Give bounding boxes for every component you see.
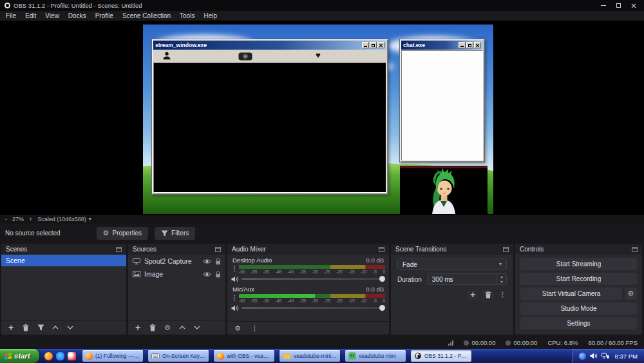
dock-popout-icon[interactable] <box>215 247 221 252</box>
mixer-menu-button[interactable]: ⋮ <box>250 324 259 333</box>
record-timecode: 00:00:00 <box>513 339 537 346</box>
dock-popout-icon[interactable] <box>632 247 638 252</box>
menu-help[interactable]: Help <box>199 11 222 21</box>
remove-scene-button[interactable] <box>21 323 30 332</box>
start-virtual-camera-button[interactable]: Start Virtual Camera <box>520 288 622 300</box>
taskbar-button-veadotube-page[interactable]: with OBS - veadotube... <box>214 350 274 362</box>
filters-label: Filters <box>171 230 189 237</box>
spin-up-icon[interactable]: ▴ <box>497 274 506 279</box>
add-source-button[interactable]: + <box>133 323 142 332</box>
volume-slider[interactable] <box>242 307 385 309</box>
chat-window-source[interactable]: chat.exe <box>399 39 485 162</box>
add-scene-button[interactable]: + <box>6 323 15 332</box>
controls-dock-header[interactable]: Controls <box>515 244 642 255</box>
spin-down-icon[interactable]: ▾ <box>497 279 506 284</box>
source-row-image[interactable]: Image <box>128 268 225 280</box>
quick-launch-firefox-icon[interactable] <box>44 352 53 360</box>
volume-slider[interactable] <box>242 278 385 280</box>
zoom-in-button[interactable]: + <box>29 216 32 222</box>
scene-list-item[interactable]: Scene <box>1 255 126 266</box>
tray-app-icon[interactable] <box>579 353 586 360</box>
transitions-dock-header[interactable]: Scene Transitions <box>391 244 513 255</box>
audio-mixer-dock-header[interactable]: Audio Mixer <box>227 244 389 255</box>
preview-scale-dropdown[interactable]: Scaled (1046x588) ▾ <box>37 216 91 222</box>
minimize-icon[interactable] <box>601 5 606 6</box>
start-streaming-button[interactable]: Start Streaming <box>520 258 637 270</box>
obs-titlebar[interactable]: OBS 31.1.2 - Profile: Untitled - Scenes:… <box>0 0 644 11</box>
volume-slider-handle[interactable] <box>379 305 385 311</box>
speaker-icon[interactable] <box>231 305 239 311</box>
virtual-camera-config-button[interactable]: ⚙ <box>625 288 637 300</box>
taskbar-clock[interactable]: 8:37 PM <box>615 353 638 360</box>
menu-view[interactable]: View <box>41 11 64 21</box>
lock-icon[interactable] <box>215 258 221 265</box>
veadotube-icon <box>348 352 356 360</box>
preview-area: stream_window.exe ♥ chat.exe <box>0 21 644 215</box>
advanced-audio-button[interactable]: ⚙ <box>233 324 242 333</box>
menu-scene-collection[interactable]: Scene Collection <box>118 11 175 21</box>
menu-docks[interactable]: Docks <box>64 11 91 21</box>
move-source-up-button[interactable] <box>178 323 187 332</box>
chat-window-buttons <box>458 42 481 48</box>
visibility-eye-icon[interactable] <box>203 259 211 264</box>
start-recording-button[interactable]: Start Recording <box>520 273 637 285</box>
chevron-up-icon <box>179 326 185 329</box>
source-row-spout2-capture[interactable]: Spout2 Capture <box>128 255 225 268</box>
quick-launch-app-icon[interactable] <box>68 352 76 360</box>
move-scene-down-button[interactable] <box>66 323 75 332</box>
filters-button[interactable]: Filters <box>155 227 195 240</box>
add-transition-button[interactable]: + <box>467 289 478 300</box>
minimize-icon <box>459 42 466 48</box>
tray-network-icon[interactable] <box>601 353 609 359</box>
gear-icon: ⚙ <box>164 324 171 331</box>
tray-volume-icon[interactable] <box>590 353 598 359</box>
capture-source-icon <box>133 258 140 264</box>
menu-tools[interactable]: Tools <box>175 11 199 21</box>
scenes-dock: Scenes Scene + <box>1 244 126 335</box>
properties-button[interactable]: ⚙ Properties <box>97 227 148 240</box>
close-icon[interactable] <box>631 3 636 8</box>
remove-source-button[interactable] <box>148 323 157 332</box>
taskbar-button-bluesky[interactable]: (1) Following — Bluesk... <box>82 350 143 362</box>
volume-slider-handle[interactable] <box>379 276 385 282</box>
taskbar-button-obs[interactable]: OBS 31.1.2 - Profile: U... <box>411 350 471 362</box>
source-properties-button[interactable]: ⚙ <box>163 323 172 332</box>
taskbar-button-on-screen-keyboard[interactable]: On-Screen Keyboard <box>148 350 209 362</box>
dock-popout-icon[interactable] <box>379 247 384 252</box>
move-source-down-button[interactable] <box>193 323 202 332</box>
quick-launch-bluesky-icon[interactable] <box>56 352 64 360</box>
kebab-menu-icon[interactable]: ⋮ <box>231 294 237 303</box>
menu-profile[interactable]: Profile <box>91 11 118 21</box>
zoom-out-button[interactable]: - <box>5 216 7 222</box>
studio-mode-button[interactable]: Studio Mode <box>520 302 637 315</box>
preview-canvas[interactable]: stream_window.exe ♥ chat.exe <box>143 25 493 214</box>
transition-menu-button[interactable]: ⋮ <box>498 290 507 299</box>
menu-edit[interactable]: Edit <box>21 11 41 21</box>
transition-select[interactable]: Fade ▾ <box>397 259 507 270</box>
lock-icon[interactable] <box>215 271 221 278</box>
move-scene-up-button[interactable] <box>51 323 60 332</box>
kebab-menu-icon[interactable]: ⋮ <box>231 265 237 274</box>
visibility-eye-icon[interactable] <box>203 271 211 277</box>
taskbar-button-veadotube-mini[interactable]: veadotube mini <box>345 350 406 362</box>
dock-popout-icon[interactable] <box>503 247 509 252</box>
start-button[interactable]: start <box>0 349 39 363</box>
scene-filters-button[interactable] <box>36 323 45 332</box>
stream-window-source[interactable]: stream_window.exe ♥ <box>151 39 388 195</box>
maximize-icon[interactable] <box>616 3 621 8</box>
menu-file[interactable]: File <box>1 11 21 21</box>
dock-popout-icon[interactable] <box>116 247 122 252</box>
taskbar-button-veadotube-folder[interactable]: veadotube-mini-win-x... <box>279 350 340 362</box>
audio-mixer-dock: Audio Mixer Desktop Audio 0.0 dB ⋮ -60-5… <box>227 244 389 335</box>
duration-spinner[interactable]: 300 ms ▴ ▾ <box>427 273 507 285</box>
remove-transition-button[interactable] <box>482 289 494 300</box>
vtuber-avatar <box>400 166 488 214</box>
scenes-dock-header[interactable]: Scenes <box>1 244 126 255</box>
folder-icon <box>283 353 291 359</box>
scenes-dock-title: Scenes <box>6 246 27 253</box>
settings-button[interactable]: Settings <box>520 317 637 329</box>
transition-selected: Fade <box>402 261 417 268</box>
avatar-source[interactable] <box>400 166 488 214</box>
sources-dock-header[interactable]: Sources <box>128 244 225 255</box>
speaker-icon[interactable] <box>231 276 239 282</box>
